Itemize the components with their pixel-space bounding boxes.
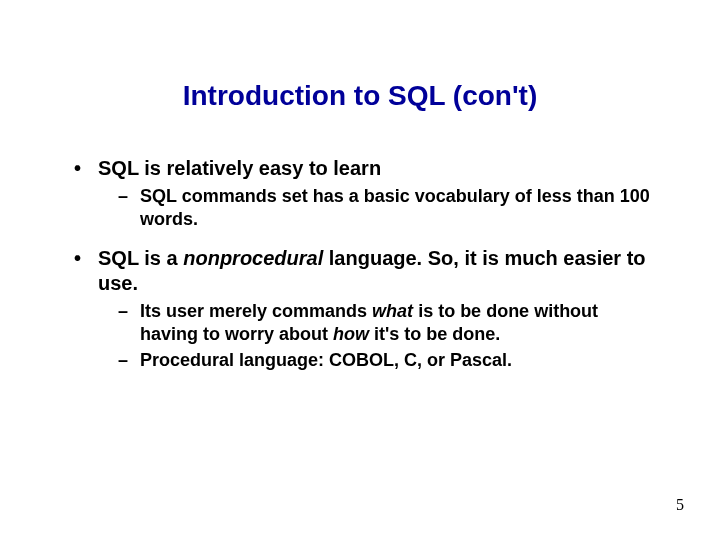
sub-list: Its user merely commands what is to be d… [118, 300, 660, 372]
list-item: SQL commands set has a basic vocabulary … [118, 185, 660, 230]
bullet-text: SQL is relatively easy to learn [98, 157, 381, 179]
list-item: Procedural language: COBOL, C, or Pascal… [118, 349, 660, 372]
page-number: 5 [676, 496, 684, 514]
bullet-text: Procedural language: COBOL, C, or Pascal… [140, 350, 512, 370]
bullet-text-pre: SQL is a [98, 247, 183, 269]
bullet-text-em: what [372, 301, 413, 321]
list-item: Its user merely commands what is to be d… [118, 300, 660, 345]
list-item: SQL is a nonprocedural language. So, it … [74, 246, 660, 372]
list-item: SQL is relatively easy to learn SQL comm… [74, 156, 660, 230]
bullet-text-em: nonprocedural [183, 247, 323, 269]
sub-list: SQL commands set has a basic vocabulary … [118, 185, 660, 230]
slide-title: Introduction to SQL (con't) [60, 80, 660, 112]
bullet-list: SQL is relatively easy to learn SQL comm… [74, 156, 660, 372]
bullet-text-post: it's to be done. [369, 324, 500, 344]
slide: Introduction to SQL (con't) SQL is relat… [0, 0, 720, 540]
bullet-text: SQL commands set has a basic vocabulary … [140, 186, 650, 229]
bullet-text-pre: Its user merely commands [140, 301, 372, 321]
bullet-text-em: how [333, 324, 369, 344]
